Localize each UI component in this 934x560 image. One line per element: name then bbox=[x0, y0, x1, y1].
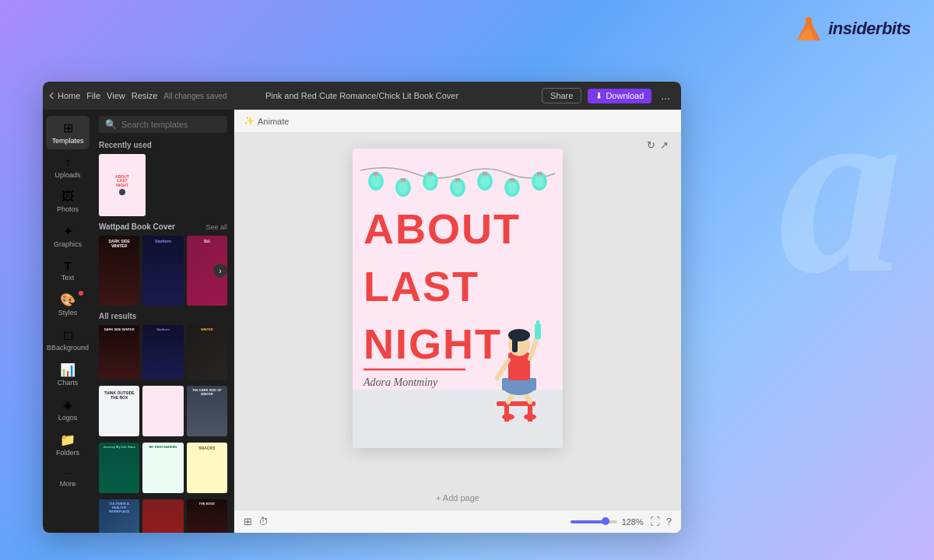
zoom-percent-label: 128% bbox=[622, 517, 644, 527]
animate-bar: ✨ Animate bbox=[234, 110, 681, 133]
mini-cover: ABOUTLASTNIGHT bbox=[99, 154, 146, 216]
svg-point-10 bbox=[399, 181, 408, 194]
result-thumb-1[interactable]: DARK SIDE WINTER bbox=[99, 325, 139, 380]
download-icon: ⬇ bbox=[595, 91, 602, 101]
wattpad-grid-container: DARK SIDEWINTER Starborn Stλ › bbox=[99, 236, 227, 306]
nav-view[interactable]: View bbox=[107, 91, 125, 100]
background-icon: ◻ bbox=[63, 327, 73, 342]
sidebar-item-charts[interactable]: 📊 Charts bbox=[46, 358, 90, 391]
fullscreen-icon[interactable]: ⛶ bbox=[650, 516, 660, 527]
download-button[interactable]: ⬇ Download bbox=[588, 89, 651, 103]
book-cover[interactable]: ABOUT LAST NIGHT Adora Montminy bbox=[353, 149, 563, 448]
wattpad-label: Wattpad Book Cover bbox=[99, 222, 175, 231]
more-options-button[interactable]: ... bbox=[658, 89, 673, 102]
bottom-bar: ⊞ ⏱ 128% ⛶ ? bbox=[234, 509, 681, 533]
recently-used-item[interactable]: ABOUTLASTNIGHT bbox=[99, 154, 146, 216]
chevron-left-icon bbox=[50, 93, 56, 99]
zoom-slider-fill bbox=[571, 520, 606, 523]
nav-home[interactable]: Home bbox=[51, 91, 80, 100]
help-icon[interactable]: ? bbox=[666, 516, 672, 527]
download-label: Download bbox=[606, 91, 644, 100]
svg-point-13 bbox=[426, 175, 435, 187]
logo-text-label: insiderbits bbox=[828, 19, 911, 39]
result-thumb-12[interactable]: THE EDGE bbox=[187, 499, 227, 533]
photos-icon: 🖼 bbox=[61, 190, 74, 204]
result-thumb-3[interactable]: WINTER bbox=[187, 325, 227, 380]
book-cover-svg: ABOUT LAST NIGHT Adora Montminy bbox=[353, 149, 563, 448]
mini-figure bbox=[119, 189, 125, 195]
document-title: Pink and Red Cute Romance/Chick Lit Book… bbox=[265, 91, 458, 100]
sidebar-item-text[interactable]: T Text bbox=[46, 254, 90, 286]
svg-point-7 bbox=[371, 175, 381, 187]
folders-label: Folders bbox=[56, 449, 79, 457]
search-bar[interactable]: 🔍 ⊞ bbox=[99, 116, 227, 133]
canvas-refresh-icon[interactable]: ↻ bbox=[647, 139, 655, 151]
svg-point-22 bbox=[507, 181, 517, 194]
see-all-link[interactable]: See all bbox=[205, 223, 227, 231]
timer-icon[interactable]: ⏱ bbox=[258, 516, 269, 527]
styles-badge bbox=[79, 291, 83, 296]
svg-point-47 bbox=[524, 414, 536, 420]
all-results-label: All results bbox=[99, 312, 227, 320]
bg-decorative-text: a bbox=[778, 62, 887, 311]
logos-label: Logos bbox=[58, 414, 78, 422]
svg-point-44 bbox=[508, 329, 530, 341]
search-input[interactable] bbox=[121, 120, 229, 129]
styles-label: Styles bbox=[58, 309, 78, 317]
svg-text:NIGHT: NIGHT bbox=[363, 320, 502, 367]
template-thumb-2[interactable]: Starborn bbox=[142, 236, 183, 306]
canvas-scroll[interactable]: ↻ ↗ bbox=[234, 133, 681, 486]
result-thumb-4[interactable]: THINK OUTSIDE THE BOX bbox=[99, 386, 139, 436]
top-bar-right: Share ⬇ Download ... bbox=[542, 88, 673, 103]
result-thumb-11[interactable] bbox=[142, 499, 183, 533]
editor-body: ⊞ Templates ↑ Uploads 🖼 Photos ✦ Graphic… bbox=[43, 110, 681, 533]
recently-used-row: ABOUTLASTNIGHT bbox=[99, 154, 227, 216]
sidebar-item-more[interactable]: ··· More bbox=[46, 463, 90, 492]
animate-button[interactable]: ✨ Animate bbox=[244, 116, 289, 126]
uploads-icon: ↑ bbox=[65, 156, 71, 170]
all-results-grid-4: CULTIVATE A HEALTHY WORKPLACE THE EDGE bbox=[99, 499, 227, 533]
sidebar-item-uploads[interactable]: ↑ Uploads bbox=[46, 151, 90, 184]
bottom-bar-right: 128% ⛶ ? bbox=[571, 516, 672, 527]
mini-cover-text: ABOUTLASTNIGHT bbox=[115, 175, 129, 188]
canvas-share-icon[interactable]: ↗ bbox=[660, 139, 669, 151]
svg-rect-41 bbox=[535, 324, 541, 339]
nav-resize[interactable]: Resize bbox=[132, 91, 158, 100]
sidebar-item-folders[interactable]: 📁 Folders bbox=[46, 428, 90, 461]
recently-used-label: Recently used bbox=[99, 141, 227, 149]
sidebar-item-logos[interactable]: ◈ Logos bbox=[46, 393, 90, 426]
result-thumb-9[interactable]: SNACKS bbox=[187, 443, 227, 493]
saved-status: All changes saved bbox=[163, 92, 226, 100]
sidebar-item-photos[interactable]: 🖼 Photos bbox=[46, 185, 90, 218]
zoom-slider-thumb bbox=[602, 517, 609, 525]
svg-point-16 bbox=[453, 181, 462, 194]
add-page-button[interactable]: + Add page bbox=[420, 490, 495, 506]
photos-label: Photos bbox=[57, 205, 79, 213]
graphics-icon: ✦ bbox=[63, 224, 73, 239]
template-thumb-1[interactable]: DARK SIDEWINTER bbox=[99, 236, 139, 306]
zoom-slider[interactable] bbox=[571, 520, 617, 523]
grid-icon[interactable]: ⊞ bbox=[244, 516, 252, 527]
result-thumb-2[interactable]: Starborn bbox=[142, 325, 183, 380]
templates-panel: 🔍 ⊞ Recently used ABOUTLASTNIGHT Wattpad… bbox=[93, 110, 234, 533]
result-thumb-5[interactable] bbox=[142, 386, 183, 436]
share-button[interactable]: Share bbox=[542, 88, 581, 103]
sidebar-item-styles[interactable]: 🎨 Styles bbox=[46, 288, 90, 321]
background-label: BBackground bbox=[47, 344, 89, 352]
top-bar: Home File View Resize All changes saved … bbox=[43, 82, 681, 110]
sidebar-item-background[interactable]: ◻ BBackground bbox=[46, 323, 90, 356]
wattpad-scroll-arrow[interactable]: › bbox=[213, 264, 227, 278]
graphics-label: Graphics bbox=[54, 240, 82, 248]
logos-icon: ◈ bbox=[63, 397, 72, 412]
result-thumb-10[interactable]: CULTIVATE A HEALTHY WORKPLACE bbox=[99, 499, 139, 533]
svg-point-46 bbox=[502, 414, 514, 420]
result-thumb-7[interactable]: Journey My Life Stars bbox=[99, 443, 139, 493]
svg-text:LAST: LAST bbox=[363, 263, 479, 310]
svg-rect-42 bbox=[536, 320, 539, 325]
nav-file[interactable]: File bbox=[86, 91, 100, 100]
result-thumb-8[interactable]: MY HIGH GARDEN bbox=[142, 443, 183, 493]
svg-point-19 bbox=[480, 175, 490, 187]
sidebar-item-templates[interactable]: ⊞ Templates bbox=[46, 116, 90, 149]
sidebar-item-graphics[interactable]: ✦ Graphics bbox=[46, 219, 90, 253]
result-thumb-6[interactable]: THE DARK SIDE OF WINTER bbox=[187, 386, 227, 436]
